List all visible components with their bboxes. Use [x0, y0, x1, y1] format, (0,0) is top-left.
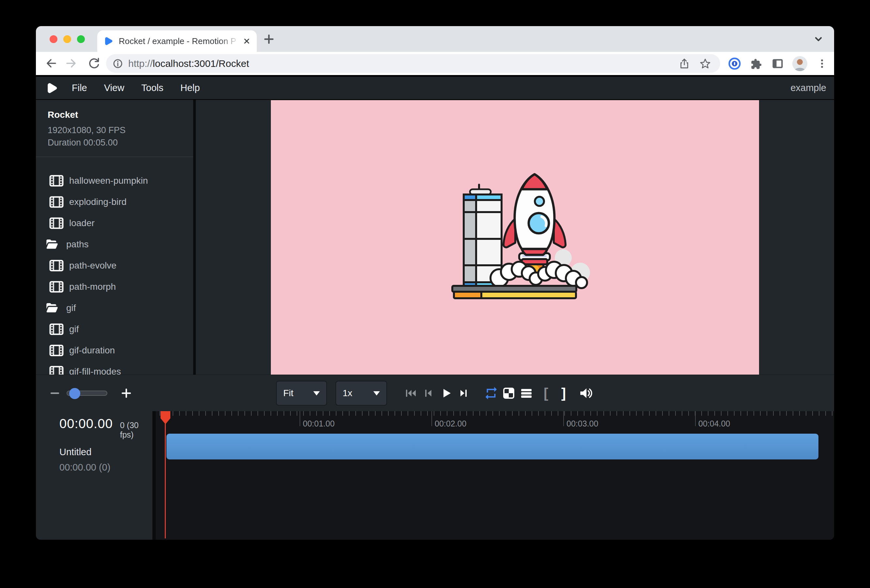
timeline-ruler[interactable]: [156, 411, 834, 416]
film-icon: [49, 366, 64, 375]
side-panel-icon[interactable]: [770, 56, 785, 71]
playhead-line: [165, 411, 166, 538]
sidebar-item-path-evolve[interactable]: path-evolve: [36, 255, 193, 276]
remotion-logo-icon[interactable]: [46, 82, 59, 95]
browser-menu-icon[interactable]: [815, 56, 830, 71]
ruler-label: 00:04.00: [698, 419, 730, 429]
sidebar-folder-paths[interactable]: paths: [36, 234, 193, 255]
current-time-label: 00:00.00: [60, 416, 113, 431]
back-icon[interactable]: [44, 56, 58, 70]
preview-area: [196, 100, 834, 375]
sidebar-item-path-morph[interactable]: path-morph: [36, 276, 193, 297]
timeline-sequences-icon[interactable]: [518, 384, 535, 402]
sequence-bar[interactable]: [167, 434, 818, 460]
ruler-label: 00:03.00: [566, 419, 598, 429]
fullscreen-window-button[interactable]: [77, 35, 85, 43]
sidebar-item-gif[interactable]: gif: [36, 319, 193, 340]
next-frame-icon[interactable]: [455, 384, 472, 402]
site-info-icon[interactable]: [111, 57, 124, 70]
previous-frame-icon[interactable]: [420, 384, 437, 402]
player-toolbar: Fit 1x: [36, 375, 834, 411]
bookmark-star-icon[interactable]: [698, 57, 712, 71]
zoom-in-icon[interactable]: [119, 384, 134, 402]
timeline-zoom-controls: [48, 375, 134, 411]
tab-title: Rocket / example - Remotion P: [119, 36, 242, 46]
browser-toolbar: http://localhost:3001/Rocket: [36, 52, 834, 75]
menu-tools[interactable]: Tools: [141, 83, 164, 93]
sidebar-item-gif-fill-modes[interactable]: gif-fill-modes: [36, 361, 193, 375]
menu-help[interactable]: Help: [180, 83, 200, 93]
zoom-out-icon[interactable]: [48, 384, 62, 402]
in-out-controls: [ ]: [537, 375, 594, 411]
extensions-puzzle-icon[interactable]: [749, 56, 764, 71]
menu-view[interactable]: View: [104, 83, 124, 93]
film-icon: [49, 175, 64, 187]
timeline-track-area[interactable]: 00:01.00 00:02.00 00:03.00 00:04.00: [156, 411, 834, 540]
size-select[interactable]: Fit: [276, 381, 327, 406]
url-scheme: http://: [128, 58, 153, 69]
sidebar-item-halloween-pumpkin[interactable]: halloween-pumpkin: [36, 170, 193, 191]
browser-tab[interactable]: Rocket / example - Remotion P: [97, 30, 257, 52]
close-window-button[interactable]: [50, 35, 57, 43]
tab-close-icon[interactable]: [242, 36, 252, 46]
menu-file[interactable]: File: [72, 83, 87, 93]
reload-icon[interactable]: [87, 56, 101, 70]
password-manager-icon[interactable]: [727, 56, 742, 71]
film-icon: [49, 345, 64, 356]
chevron-down-icon: [373, 391, 380, 396]
composition-list: halloween-pumpkin exploding-bird loader …: [36, 157, 193, 375]
transparency-checkerboard-icon[interactable]: [500, 384, 518, 402]
ruler-tick: [299, 411, 300, 426]
volume-icon[interactable]: [576, 384, 594, 402]
skip-to-start-icon[interactable]: [402, 384, 420, 402]
film-icon: [49, 217, 64, 229]
film-icon: [49, 196, 64, 208]
url-path: localhost:3001/Rocket: [153, 58, 249, 69]
current-frame-label: 0 (30 fps): [120, 421, 152, 439]
playback-rate-select[interactable]: 1x: [335, 381, 387, 406]
playhead-marker[interactable]: [161, 411, 170, 424]
sidebar-item-gif-duration[interactable]: gif-duration: [36, 340, 193, 361]
in-point-bracket-icon[interactable]: [: [537, 386, 555, 401]
rocket-illustration: [443, 170, 593, 307]
play-icon[interactable]: [437, 384, 455, 402]
folder-open-icon: [44, 238, 60, 251]
size-select-value: Fit: [283, 388, 293, 398]
chevron-down-icon: [313, 391, 320, 396]
out-point-bracket-icon[interactable]: ]: [555, 386, 572, 401]
loop-icon[interactable]: [482, 384, 500, 402]
url-text: http://localhost:3001/Rocket: [128, 58, 249, 69]
share-icon[interactable]: [677, 57, 691, 71]
remotion-favicon-icon: [104, 36, 113, 46]
sidebar-item-loader[interactable]: loader: [36, 213, 193, 234]
browser-window: Rocket / example - Remotion P http://loc…: [36, 26, 834, 540]
composition-title: Rocket: [48, 110, 193, 120]
ruler-tick: [695, 411, 696, 426]
playback-rate-value: 1x: [343, 388, 352, 398]
ruler-tick: [431, 411, 432, 426]
ruler-tick: [563, 411, 564, 426]
film-icon: [49, 260, 64, 271]
tab-search-chevron-icon[interactable]: [811, 32, 825, 46]
address-bar[interactable]: http://localhost:3001/Rocket: [106, 54, 720, 73]
timeline-zoom-slider[interactable]: [67, 391, 107, 396]
timeline-info-panel: 00:00.00 0 (30 fps) Untitled 00:00.00 (0…: [36, 411, 156, 540]
traffic-lights: [50, 35, 85, 43]
app-menu-bar: File View Tools Help example: [36, 77, 834, 100]
preview-canvas: [271, 100, 759, 375]
film-icon: [49, 281, 64, 293]
track-time-label: 00:00.00 (0): [60, 462, 152, 473]
ruler-label: 00:02.00: [435, 419, 466, 429]
sidebar-folder-gif[interactable]: gif: [36, 297, 193, 319]
profile-avatar[interactable]: [792, 55, 808, 72]
composition-info: Rocket 1920x1080, 30 FPS Duration 00:05.…: [36, 100, 193, 149]
composition-resolution: 1920x1080, 30 FPS: [48, 124, 193, 136]
minimize-window-button[interactable]: [63, 35, 71, 43]
new-tab-button[interactable]: [262, 32, 276, 46]
forward-icon[interactable]: [64, 56, 78, 70]
zoom-slider-thumb[interactable]: [69, 388, 80, 399]
sidebar-item-exploding-bird[interactable]: exploding-bird: [36, 191, 193, 213]
tab-strip: Rocket / example - Remotion P: [36, 26, 834, 52]
project-name-label[interactable]: example: [790, 83, 826, 93]
compositions-sidebar: Rocket 1920x1080, 30 FPS Duration 00:05.…: [36, 100, 196, 375]
